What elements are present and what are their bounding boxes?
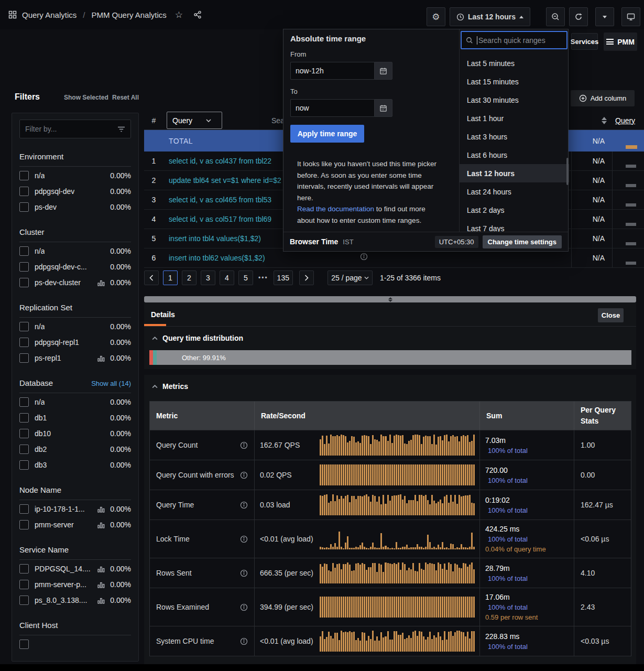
metric-sum-percent-link[interactable]: 100% of total xyxy=(485,575,569,582)
filter-item[interactable]: db1 0.00% xyxy=(19,410,131,426)
filter-item[interactable]: ps-repl1 0.00% xyxy=(19,350,131,366)
last-page-button[interactable]: 135 xyxy=(274,270,293,285)
tab-details[interactable]: Details xyxy=(144,302,175,327)
quick-range-option[interactable]: Last 15 minutes xyxy=(460,72,569,91)
bar-chart-icon[interactable] xyxy=(97,505,105,513)
metric-sum-percent-link[interactable]: 100% of total xyxy=(485,447,569,454)
dashboard-settings-button[interactable]: ⚙ xyxy=(427,7,445,26)
filter-item[interactable]: pdpgsql-dev 0.00% xyxy=(19,183,131,199)
filter-item[interactable]: pmm-server 0.00% xyxy=(19,517,131,533)
bar-chart-icon[interactable] xyxy=(97,521,105,528)
page-number-button[interactable]: 1 xyxy=(163,270,178,285)
filter-checkbox[interactable] xyxy=(19,353,29,363)
info-icon[interactable] xyxy=(240,441,248,449)
page-number-button[interactable]: 4 xyxy=(220,270,234,285)
filter-checkbox[interactable] xyxy=(19,445,29,454)
quick-range-option[interactable]: Last 24 hours xyxy=(460,182,569,201)
filter-checkbox[interactable] xyxy=(19,429,29,438)
info-icon[interactable] xyxy=(240,535,248,543)
from-input[interactable]: now-12h xyxy=(290,62,374,80)
distribution-segment-teal[interactable] xyxy=(153,350,157,365)
apply-time-range-button[interactable]: Apply time range xyxy=(290,125,364,143)
bar-chart-icon[interactable] xyxy=(97,565,105,572)
from-calendar-button[interactable] xyxy=(374,62,392,80)
info-icon[interactable] xyxy=(240,471,248,479)
page-number-button[interactable]: 3 xyxy=(201,270,215,285)
services-button[interactable]: Services xyxy=(571,33,598,50)
filter-checkbox[interactable] xyxy=(19,246,29,256)
filter-item[interactable]: PDPGSQL_14.... 0.00% xyxy=(19,561,131,577)
to-input[interactable]: now xyxy=(290,99,374,117)
filter-item[interactable]: pmm-server-p... 0.00% xyxy=(19,577,131,592)
filter-checkbox[interactable] xyxy=(19,397,29,407)
filter-item[interactable]: ps-dev 0.00% xyxy=(19,199,131,215)
page-number-button[interactable]: 5 xyxy=(238,270,253,285)
page-size-select[interactable]: 25 / page xyxy=(328,270,373,285)
refresh-button[interactable] xyxy=(569,7,588,26)
filter-by-input[interactable]: Filter by... xyxy=(19,120,131,138)
info-icon[interactable] xyxy=(360,253,368,261)
metric-sum-percent-link[interactable]: 100% of total xyxy=(485,643,569,651)
refresh-interval-dropdown[interactable] xyxy=(595,7,614,26)
metrics-header[interactable]: Metrics xyxy=(144,375,636,391)
metric-sum-percent-link[interactable]: 100% of total xyxy=(485,477,569,484)
filter-item[interactable]: n/a 0.00% xyxy=(19,168,131,183)
info-icon[interactable] xyxy=(240,603,248,611)
bar-chart-icon[interactable] xyxy=(97,279,105,286)
show-all-link[interactable]: Show all (14) xyxy=(91,380,131,387)
filter-checkbox[interactable] xyxy=(19,413,29,423)
metric-sum-percent-link[interactable]: 100% of total xyxy=(485,535,569,543)
metric-sum-percent-link[interactable]: 100% of total xyxy=(485,603,569,611)
info-icon[interactable] xyxy=(240,569,248,577)
info-icon[interactable] xyxy=(240,501,248,509)
show-selected-button[interactable]: Show Selected xyxy=(64,94,108,101)
quick-range-option[interactable]: Last 30 minutes xyxy=(460,91,569,109)
close-details-button[interactable]: Close xyxy=(598,308,624,322)
filter-checkbox[interactable] xyxy=(19,580,29,589)
filter-checkbox[interactable] xyxy=(19,520,29,529)
filter-checkbox[interactable] xyxy=(19,262,29,272)
filter-item[interactable]: ip-10-178-1-1... 0.00% xyxy=(19,501,131,517)
quick-range-option[interactable]: Last 3 hours xyxy=(460,127,569,146)
filter-checkbox[interactable] xyxy=(19,640,29,649)
filter-checkbox[interactable] xyxy=(19,187,29,196)
quick-range-option[interactable]: Last 7 days xyxy=(460,219,569,233)
quick-range-option[interactable]: Last 12 hours xyxy=(460,164,569,182)
metric-sort-control[interactable] xyxy=(571,117,612,124)
filter-item[interactable]: pdpgsql-dev-c... 0.00% xyxy=(19,259,131,275)
filter-item[interactable]: ps-dev-cluster 0.00% xyxy=(19,275,131,290)
apps-grid-icon[interactable] xyxy=(8,10,17,19)
share-icon[interactable] xyxy=(193,10,202,19)
quick-range-option[interactable]: Last 6 hours xyxy=(460,146,569,164)
prev-page-button[interactable] xyxy=(144,270,159,285)
filter-item[interactable] xyxy=(19,636,131,652)
query-time-distribution-header[interactable]: Query time distribution xyxy=(144,327,636,342)
quick-range-option[interactable]: Last 1 hour xyxy=(460,109,569,127)
change-time-settings-button[interactable]: Change time settings xyxy=(483,235,562,248)
distribution-segment-other[interactable]: Other: 99.91% xyxy=(157,350,631,365)
bar-chart-icon[interactable] xyxy=(97,597,105,604)
filter-checkbox[interactable] xyxy=(19,171,29,180)
filter-item[interactable]: pdpgsql-repl1 0.00% xyxy=(19,334,131,350)
filter-item[interactable]: db10 0.00% xyxy=(19,426,131,441)
quick-range-option[interactable]: Last 2 days xyxy=(460,201,569,219)
quick-ranges-scrollbar[interactable] xyxy=(566,158,569,185)
next-page-button[interactable] xyxy=(299,270,314,285)
filter-checkbox[interactable] xyxy=(19,278,29,287)
star-icon[interactable]: ☆ xyxy=(175,10,183,19)
filter-checkbox[interactable] xyxy=(19,504,29,514)
query-column-picker[interactable]: Query xyxy=(167,112,222,129)
metric-sum-percent-link[interactable]: 100% of total xyxy=(485,506,569,514)
kiosk-mode-button[interactable] xyxy=(621,7,640,26)
filter-checkbox[interactable] xyxy=(19,460,29,470)
breadcrumb-section[interactable]: Query Analytics xyxy=(22,10,77,19)
details-resize-handle[interactable] xyxy=(144,296,636,302)
filter-checkbox[interactable] xyxy=(19,202,29,212)
pmm-menu-button[interactable]: PMM xyxy=(604,33,637,51)
info-icon[interactable] xyxy=(240,637,248,645)
filter-item[interactable]: n/a 0.00% xyxy=(19,319,131,334)
add-column-button[interactable]: Add column xyxy=(571,90,635,106)
filter-checkbox[interactable] xyxy=(19,338,29,347)
filter-checkbox[interactable] xyxy=(19,322,29,331)
quick-range-option[interactable]: Last 5 minutes xyxy=(460,54,569,72)
